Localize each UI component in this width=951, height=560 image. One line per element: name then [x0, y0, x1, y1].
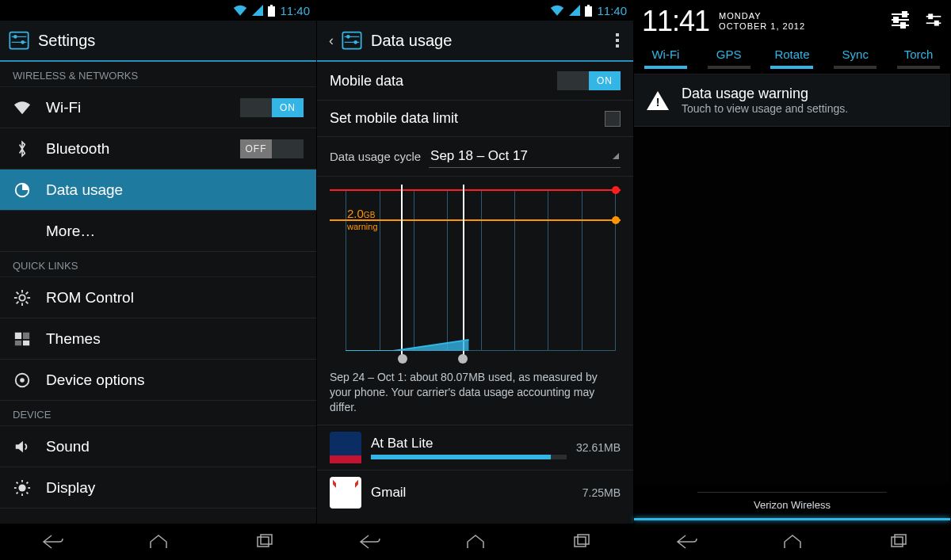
row-display[interactable]: Display [0, 467, 316, 509]
status-time: 11:40 [597, 4, 627, 17]
svg-rect-52 [935, 21, 938, 25]
nav-home[interactable] [769, 534, 816, 550]
signal-icon [569, 5, 580, 16]
battery-icon [585, 5, 592, 17]
svg-rect-42 [578, 535, 589, 544]
limit-handle[interactable] [612, 186, 620, 194]
qt-sync[interactable]: Sync [834, 48, 877, 69]
page-title: Settings [38, 32, 95, 50]
app-name: At Bat Lite [371, 436, 567, 451]
notif-title: Data usage warning [682, 86, 848, 102]
notification-data-warning[interactable]: Data usage warning Touch to view usage a… [634, 74, 950, 127]
themes-label: Themes [46, 330, 304, 348]
usage-summary: Sep 24 – Oct 1: about 80.07MB used, as m… [317, 364, 633, 425]
row-rom-control[interactable]: ROM Control [0, 277, 316, 318]
svg-rect-33 [261, 535, 272, 544]
set-limit-row[interactable]: Set mobile data limit [317, 101, 633, 137]
app-size: 32.61MB [576, 441, 621, 454]
mobile-data-toggle[interactable]: ON [557, 71, 621, 90]
quick-settings-icon[interactable] [890, 11, 911, 32]
nav-home[interactable] [135, 534, 182, 550]
set-limit-checkbox[interactable] [605, 111, 621, 127]
wifi-toggle[interactable]: ON [240, 98, 304, 117]
wifi-icon [550, 5, 564, 16]
svg-rect-51 [929, 14, 932, 18]
section-device: DEVICE [0, 401, 316, 426]
section-quick-links: QUICK LINKS [0, 252, 316, 277]
svg-point-23 [18, 484, 25, 491]
nav-recents[interactable] [240, 534, 288, 550]
row-wifi[interactable]: Wi-Fi ON [0, 87, 316, 128]
row-bluetooth[interactable]: Bluetooth OFF [0, 128, 316, 170]
mobile-data-label: Mobile data [330, 73, 403, 90]
sound-icon [13, 438, 32, 455]
settings-shortcut-icon[interactable] [925, 11, 942, 32]
svg-line-15 [17, 301, 19, 303]
settings-icon [8, 29, 30, 51]
svg-line-31 [27, 482, 29, 483]
toggle-off-text: OFF [240, 139, 272, 158]
app-row-atbat[interactable]: At Bat Lite 32.61MB [317, 425, 633, 470]
wifi-label: Wi-Fi [46, 99, 226, 116]
svg-point-8 [19, 295, 25, 300]
qt-gps[interactable]: GPS [708, 48, 750, 69]
nav-recents[interactable] [557, 534, 605, 550]
status-bar: 11:40 [317, 0, 633, 21]
warning-text: warning [347, 222, 378, 231]
more-label: More… [46, 223, 304, 240]
nav-back[interactable] [663, 534, 711, 550]
display-label: Display [46, 479, 304, 497]
selection-handle-left[interactable] [398, 354, 407, 364]
app-icon-gmail [330, 477, 361, 509]
nav-home[interactable] [452, 534, 499, 550]
bluetooth-icon [13, 140, 32, 158]
svg-rect-36 [342, 32, 361, 49]
svg-rect-46 [903, 12, 907, 17]
data-usage-label: Data usage [46, 181, 304, 199]
svg-point-22 [20, 378, 25, 383]
up-icon[interactable]: ‹ [325, 32, 338, 49]
selection-handle-right[interactable] [458, 354, 468, 364]
shade-handle[interactable] [634, 518, 950, 520]
app-row-gmail[interactable]: Gmail 7.25MB [317, 470, 633, 515]
settings-list[interactable]: WIRELESS & NETWORKS Wi-Fi ON Bluetooth O… [0, 62, 316, 524]
bluetooth-toggle[interactable]: OFF [240, 139, 304, 158]
cycle-spinner[interactable]: Sep 18 – Oct 17 [429, 145, 621, 168]
row-data-usage[interactable]: Data usage [0, 170, 316, 211]
row-sound[interactable]: Sound [0, 426, 316, 467]
shade-clock: 11:41 [642, 5, 709, 38]
cycle-row[interactable]: Data usage cycle Sep 18 – Oct 17 [317, 137, 633, 177]
overflow-menu[interactable] [609, 27, 625, 54]
qt-rotate[interactable]: Rotate [770, 48, 813, 69]
settings-icon[interactable] [341, 29, 363, 51]
set-limit-label: Set mobile data limit [330, 110, 458, 127]
nav-back[interactable] [29, 534, 77, 550]
shade-date: MONDAY OCTOBER 1, 2012 [719, 11, 805, 32]
qt-torch[interactable]: Torch [897, 48, 940, 69]
row-more[interactable]: More… [0, 211, 316, 252]
quick-toggles: Wi-Fi GPS Rotate Sync Torch [634, 40, 950, 74]
display-icon [13, 479, 32, 497]
qt-wifi[interactable]: Wi-Fi [644, 48, 687, 69]
svg-rect-47 [894, 17, 898, 22]
panel-data-usage: 11:40 ‹ Data usage Mobile data ON Set mo… [317, 0, 634, 560]
device-options-label: Device options [46, 371, 304, 389]
row-device-options[interactable]: Device options [0, 360, 316, 401]
warning-handle[interactable] [612, 216, 620, 224]
usage-chart[interactable]: 2.0GB warning [330, 185, 621, 359]
wifi-icon [13, 101, 32, 115]
status-bar: 11:40 [0, 0, 316, 21]
app-size: 7.25MB [582, 486, 621, 499]
notif-subtitle: Touch to view usage and settings. [682, 102, 848, 115]
nav-back[interactable] [346, 534, 394, 550]
warning-value: 2.0GB [347, 207, 375, 220]
svg-rect-1 [270, 5, 273, 6]
toggle-on-text: ON [589, 71, 621, 90]
nav-recents[interactable] [874, 534, 922, 550]
toggle-on-text: ON [272, 98, 304, 117]
mobile-data-row[interactable]: Mobile data ON [317, 62, 633, 101]
limit-line[interactable] [330, 189, 621, 191]
row-themes[interactable]: Themes [0, 318, 316, 360]
data-usage-content[interactable]: Mobile data ON Set mobile data limit Dat… [317, 62, 633, 524]
svg-rect-48 [901, 23, 905, 28]
